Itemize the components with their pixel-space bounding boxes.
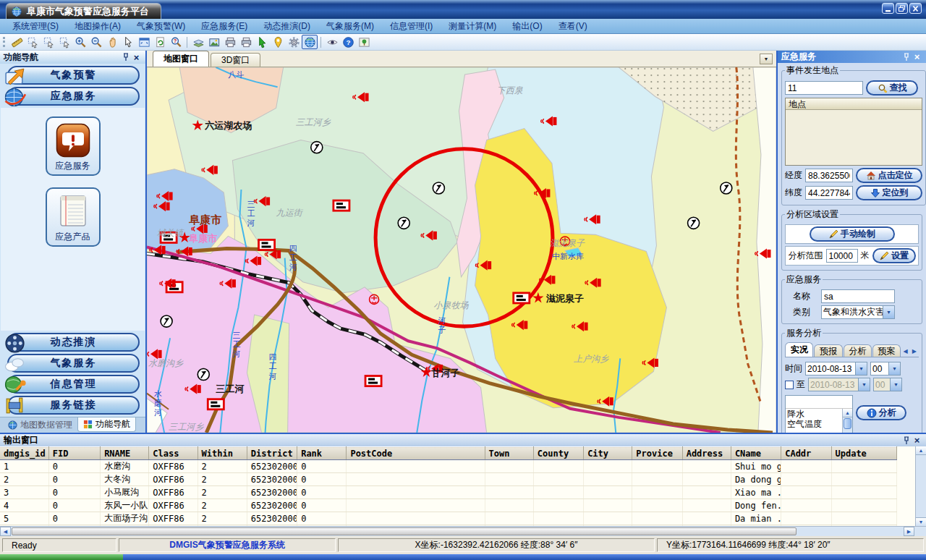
close-icon[interactable]: × (912, 51, 922, 62)
export-image-tool[interactable] (206, 35, 222, 49)
shortcut-emergency-service[interactable]: 应急服务 (46, 116, 101, 176)
globe-service-tool[interactable] (302, 35, 318, 49)
identify-tool[interactable] (168, 35, 184, 49)
tab-function-navigation[interactable]: 功能导航 (77, 417, 136, 432)
full-extent-tool[interactable] (136, 35, 152, 49)
to-checkbox[interactable] (785, 381, 794, 389)
column-header[interactable]: Rank (297, 447, 347, 460)
menu-item-5[interactable]: 动态推演(D) (255, 19, 318, 33)
column-header[interactable]: Within (197, 447, 247, 460)
map-canvas[interactable]: 八斗六运湖农场三工河乡下西泉九运街阜康市城关镇阜康市滋泥泉子中新水库滋泥泉子小泉… (147, 67, 776, 433)
close-icon[interactable]: × (912, 435, 922, 446)
settings-tool[interactable] (286, 35, 302, 49)
minimize-button[interactable] (882, 3, 894, 14)
analysis-tab-2[interactable]: 预报 (814, 344, 842, 357)
tab-map-data-management[interactable]: 地图数据管理 (3, 417, 77, 432)
table-row[interactable]: 30小马厩沟OXFF8626523020000Xiao ma ... (0, 486, 897, 499)
location-keyword-input[interactable] (785, 81, 863, 95)
latitude-input[interactable] (805, 186, 853, 200)
map-tabs-dropdown[interactable]: ▼ (760, 54, 773, 64)
scene-tool[interactable] (356, 35, 372, 49)
locate-to-button[interactable]: 定位到 (856, 185, 922, 200)
table-row[interactable]: 10水磨沟OXFF8626523020000Shui mo gou (0, 460, 897, 473)
pan-tool[interactable] (104, 35, 120, 49)
date-select[interactable]: 2010-08-13▼ (805, 362, 867, 376)
column-header[interactable]: PostCode (347, 447, 485, 460)
list-scrollbar[interactable]: ▲ (842, 409, 852, 433)
column-header[interactable]: Class (149, 447, 197, 460)
analysis-range-input[interactable] (826, 249, 858, 263)
analyze-button[interactable]: 分析 (856, 405, 906, 420)
nav-emergency-service[interactable]: 应急服务 (7, 87, 140, 106)
manual-draw-button[interactable]: 手动绘制 (810, 226, 895, 242)
select-polygon-tool[interactable] (41, 35, 56, 49)
column-header[interactable]: District (247, 447, 297, 460)
menu-item-1[interactable]: 系统管理(S) (4, 19, 67, 33)
analysis-tab-1[interactable]: 实况 (785, 342, 813, 357)
horizontal-scrollbar[interactable]: ◀ ▶ (0, 526, 926, 536)
column-header[interactable]: Address (682, 447, 731, 460)
close-icon[interactable]: × (131, 52, 142, 63)
select-free-tool[interactable] (56, 35, 72, 49)
visibility-tool[interactable] (324, 35, 340, 49)
select-feature-tool[interactable] (254, 35, 270, 49)
nav-weather-service[interactable]: 气象服务 (7, 354, 140, 373)
end-date-select[interactable]: 2010-08-13▼ (808, 378, 870, 391)
pointer-tool[interactable] (120, 35, 136, 49)
scroll-down-icon[interactable]: ▼ (916, 517, 926, 526)
column-header[interactable]: Update (831, 447, 897, 460)
nav-dynamic-deduction[interactable]: 动态推演 (7, 333, 140, 352)
menu-item-7[interactable]: 信息管理(I) (382, 19, 441, 33)
shortcut-emergency-product[interactable]: 应急产品 (46, 187, 101, 247)
scroll-up-icon[interactable]: ▲ (843, 409, 852, 417)
print-preview-tool[interactable] (238, 35, 254, 49)
find-button[interactable]: 查找 (866, 80, 918, 96)
pin-icon[interactable] (120, 53, 131, 61)
vertical-scrollbar[interactable]: ▲ ▼ (915, 446, 926, 526)
column-header[interactable]: Town (485, 447, 533, 460)
layers-tool[interactable] (190, 35, 206, 49)
pin-icon[interactable] (901, 53, 912, 61)
menu-item-2[interactable]: 地图操作(A) (67, 19, 129, 33)
set-range-button[interactable]: 设置 (872, 248, 916, 263)
chevron-down-icon[interactable]: ▼ (883, 306, 894, 318)
print-tool[interactable] (222, 35, 238, 49)
scroll-left-icon[interactable]: ◀ (0, 527, 11, 536)
service-type-select[interactable]: 气象和洪水灾害 ▼ (821, 305, 895, 319)
column-header[interactable]: dmgis_id (0, 447, 48, 460)
pin-icon[interactable] (901, 436, 912, 445)
column-header[interactable]: City (584, 447, 632, 460)
menu-item-3[interactable]: 气象预警(W) (129, 19, 193, 33)
scroll-right-icon[interactable]: ▶ (904, 527, 914, 536)
close-button[interactable] (909, 3, 922, 14)
column-header[interactable]: FID (48, 447, 100, 460)
tab-map-window[interactable]: 地图窗口 (153, 51, 209, 67)
zoom-in-tool[interactable] (72, 35, 88, 49)
chevron-down-icon[interactable]: ▼ (888, 362, 900, 375)
end-hour-select[interactable]: 00▼ (873, 378, 902, 391)
menu-item-9[interactable]: 输出(O) (504, 19, 550, 33)
place-list[interactable]: 地点 (785, 98, 922, 166)
place-marker-tool[interactable] (270, 35, 286, 49)
chevron-down-icon[interactable]: ▼ (855, 362, 867, 375)
column-header[interactable]: CAddr (781, 447, 831, 460)
table-row[interactable]: 20大冬沟OXFF8626523020000Da dong gou (0, 473, 897, 486)
help-tool[interactable] (340, 35, 356, 49)
column-header[interactable]: County (533, 447, 583, 460)
hour-select[interactable]: 00▼ (870, 362, 901, 376)
nav-service-links[interactable]: 服务链接 (7, 396, 140, 415)
element-item-1[interactable]: 降水 (787, 409, 851, 419)
tab-3d-window[interactable]: 3D窗口 (211, 53, 260, 67)
column-header[interactable]: Provice (632, 447, 682, 460)
menu-item-6[interactable]: 气象服务(M) (318, 19, 382, 33)
service-name-input[interactable] (821, 289, 895, 303)
analysis-tab-3[interactable]: 分析 (844, 344, 872, 357)
tab-scroll-arrows[interactable]: ◀ ▶ (903, 348, 918, 355)
scrollbar-thumb[interactable] (12, 527, 797, 535)
table-row[interactable]: 50大面场子沟OXFF8626523020000Da mian ... (0, 512, 897, 525)
menu-item-4[interactable]: 应急服务(E) (193, 19, 255, 33)
element-item-2[interactable]: 空气温度 (787, 419, 851, 429)
scroll-up-icon[interactable]: ▲ (916, 446, 926, 455)
menu-item-8[interactable]: 测量计算(M) (441, 19, 504, 33)
restore-button[interactable] (896, 3, 908, 14)
